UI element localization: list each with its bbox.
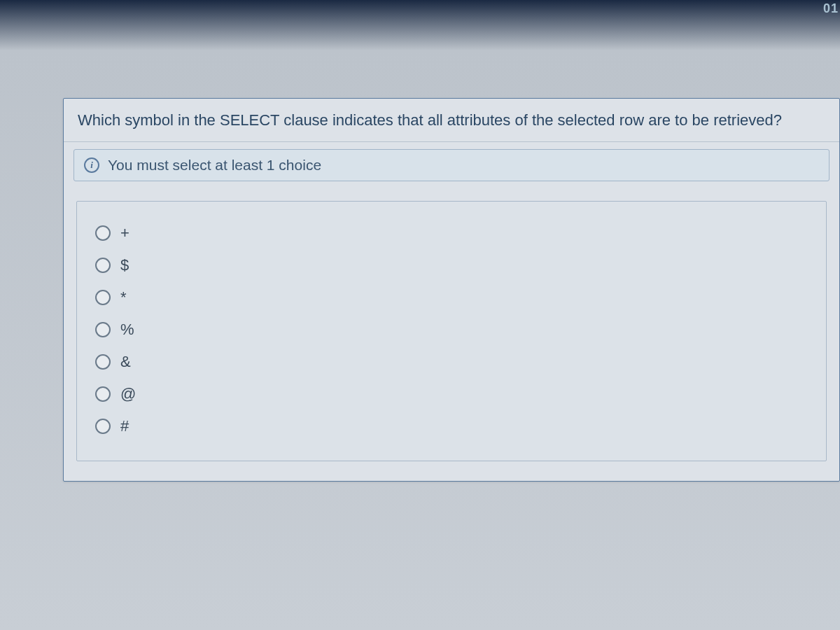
page-fragment-label: 01 xyxy=(823,1,839,16)
options-area: + $ * % & @ xyxy=(64,188,839,481)
options-box: + $ * % & @ xyxy=(76,201,827,461)
option-label: & xyxy=(120,353,131,371)
info-icon: i xyxy=(84,158,99,173)
option-at[interactable]: @ xyxy=(95,378,808,410)
option-dollar[interactable]: $ xyxy=(95,249,808,281)
radio-icon[interactable] xyxy=(95,322,111,337)
option-label: % xyxy=(120,321,134,339)
question-header: Which symbol in the SELECT clause indica… xyxy=(64,99,839,142)
hint-banner: i You must select at least 1 choice xyxy=(74,149,830,181)
option-label: + xyxy=(120,224,130,242)
option-plus[interactable]: + xyxy=(95,217,808,249)
option-hash[interactable]: # xyxy=(95,410,808,442)
radio-icon[interactable] xyxy=(95,290,111,305)
option-label: $ xyxy=(120,256,129,274)
question-text: Which symbol in the SELECT clause indica… xyxy=(78,110,825,132)
question-panel: Which symbol in the SELECT clause indica… xyxy=(63,98,840,482)
option-label: * xyxy=(120,288,127,307)
radio-icon[interactable] xyxy=(95,419,111,434)
option-asterisk[interactable]: * xyxy=(95,281,808,314)
radio-icon[interactable] xyxy=(95,258,111,273)
radio-icon[interactable] xyxy=(95,354,111,370)
option-label: # xyxy=(120,417,129,435)
option-percent[interactable]: % xyxy=(95,314,808,346)
option-label: @ xyxy=(120,385,136,403)
option-ampersand[interactable]: & xyxy=(95,346,808,378)
hint-text: You must select at least 1 choice xyxy=(108,157,321,174)
radio-icon[interactable] xyxy=(95,386,111,402)
radio-icon[interactable] xyxy=(95,225,111,241)
